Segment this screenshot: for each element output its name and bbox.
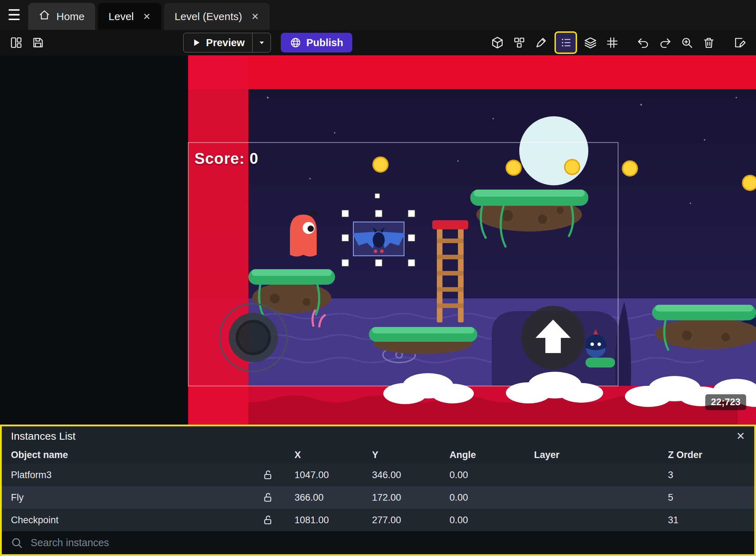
instances-search-bar[interactable] [2,531,754,554]
preview-label: Preview [206,37,245,49]
redo-button[interactable] [655,33,675,52]
close-icon[interactable]: ✕ [143,12,151,21]
fly-body [373,232,385,248]
instance-x: 1047.00 [285,470,363,481]
scene-canvas[interactable]: Score: 0 22;723 [0,55,756,425]
jump-button [521,306,585,369]
red-vertical-band[interactable] [188,55,248,425]
instances-header-row: Object name X Y Angle Layer Z Order [2,446,754,464]
instance-name: Checkpoint [2,515,250,526]
tab-level-events[interactable]: Level (Events) ✕ [164,3,270,30]
add-object-button[interactable] [488,33,507,52]
col-object-name: Object name [2,450,250,461]
lock-toggle[interactable] [250,492,285,503]
grid-icon [606,36,619,49]
publish-button[interactable]: Publish [281,33,352,52]
tab-bar: ☰ Home Level ✕ Level (Events) ✕ [0,0,756,30]
save-icon [32,36,44,49]
tab-label: Level [109,11,134,23]
zoom-in-icon [681,36,693,49]
publish-label: Publish [306,37,343,49]
close-icon[interactable]: ✕ [251,12,259,21]
unlock-icon [262,492,273,503]
edit-object-button[interactable] [531,33,551,52]
undo-button[interactable] [633,33,653,52]
delete-button[interactable] [699,33,719,52]
instance-z: 5 [659,492,754,503]
search-input[interactable] [31,537,745,549]
instances-list-button[interactable] [556,33,576,52]
instance-y: 172.00 [363,492,440,503]
col-y: Y [363,450,440,461]
lock-toggle[interactable] [250,469,285,481]
grid-toggle-button[interactable] [602,33,622,52]
instances-list-highlight [554,31,577,54]
search-icon [11,537,23,549]
project-manager-button[interactable] [6,33,26,52]
edit-scene-button[interactable] [730,33,750,52]
platform[interactable] [369,327,477,354]
instances-list-icon [559,36,572,49]
zoom-button[interactable] [677,33,697,52]
player-character[interactable] [290,213,318,257]
scene-art [0,55,756,425]
lock-toggle[interactable] [250,514,285,526]
selected-instance-fly[interactable] [352,222,405,256]
tab-home[interactable]: Home [28,3,95,30]
trash-icon [702,36,715,49]
instance-z: 31 [659,515,754,526]
preview-button[interactable]: Preview [184,33,253,52]
instance-name: Platform3 [2,470,250,481]
pencil-icon [535,36,547,49]
instance-z: 3 [659,470,754,481]
position-indicator: 22;723 [705,394,746,410]
scene-edit-icon [733,36,746,49]
play-icon [191,38,201,48]
instance-name: Fly [2,492,250,503]
editor-toolbar: Preview Publish [0,30,756,55]
instance-row-fly[interactable]: Fly 366.00 172.00 0.00 5 [2,486,754,509]
cube-3d-icon [491,36,504,49]
layers-icon [584,36,597,49]
panel-title: Instances List [11,430,75,442]
score-text: Score: 0 [194,150,259,167]
panel-close-button[interactable]: ✕ [736,431,745,441]
menu-button[interactable]: ☰ [0,0,28,30]
tab-label: Home [56,11,85,23]
hamburger-icon: ☰ [7,6,21,24]
objects-panel-button[interactable] [509,33,529,52]
instance-y: 346.00 [363,470,440,481]
instance-angle: 0.00 [440,515,525,526]
instance-row-checkpoint[interactable]: Checkpoint 1081.00 277.00 0.00 31 [2,509,754,531]
preview-dropdown-button[interactable] [252,33,271,52]
redo-icon [659,36,671,49]
col-z-order: Z Order [659,450,754,461]
app-window: ☰ Home Level ✕ Level (Events) ✕ [0,0,756,556]
instance-x: 366.00 [285,492,363,503]
undo-icon [637,36,650,49]
moon[interactable] [519,116,588,185]
chevron-down-icon [258,38,266,47]
red-top-band[interactable] [188,55,756,89]
layout-columns-icon [10,36,23,49]
layers-panel-button[interactable] [581,33,600,52]
joystick-control [219,304,287,371]
unlock-icon [262,514,273,526]
preview-button-group: Preview [183,33,271,52]
tab-level[interactable]: Level ✕ [98,3,161,30]
col-angle: Angle [440,450,525,461]
col-x: X [285,450,363,461]
col-layer: Layer [525,450,659,461]
instance-x: 1081.00 [285,515,363,526]
globe-icon [290,37,301,48]
save-button[interactable] [28,33,48,52]
home-icon [39,10,50,23]
instance-row-platform3[interactable]: Platform3 1047.00 346.00 0.00 3 [2,464,754,486]
instance-angle: 0.00 [440,492,525,503]
instance-y: 277.00 [363,515,440,526]
instances-panel: Instances List ✕ Object name X Y Angle L… [0,425,756,556]
platform[interactable] [585,358,615,367]
tab-label: Level (Events) [175,11,242,23]
unlock-icon [262,469,273,481]
instance-angle: 0.00 [440,470,525,481]
